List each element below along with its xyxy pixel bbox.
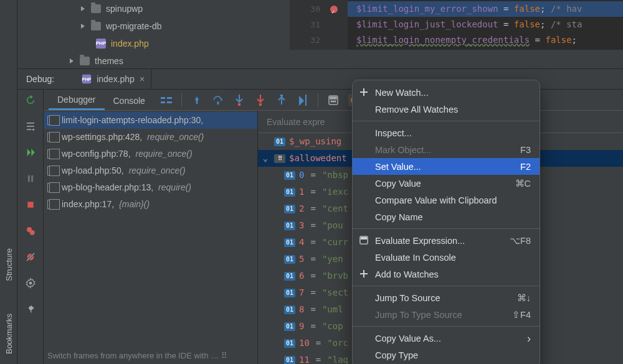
menu-item[interactable]: Copy Type: [353, 347, 540, 363]
svg-rect-1: [27, 175, 29, 182]
type-badge-icon: 01: [274, 138, 285, 146]
menu-item-label: Compare Value with Clipboard: [375, 195, 497, 205]
variable-index: 11: [299, 352, 310, 364]
tree-row[interactable]: themes: [69, 52, 274, 70]
code-area[interactable]: $limit_login_my_error_shown = false; /* …: [348, 0, 623, 50]
tree-label: spinupwp: [106, 0, 143, 17]
frame-icon: [47, 149, 57, 159]
svg-point-22: [331, 101, 332, 102]
equals: =: [310, 301, 315, 318]
frame-row[interactable]: index.php:17, {main}(): [44, 196, 257, 213]
menu-item[interactable]: Set Value...F2: [353, 158, 540, 175]
svg-rect-11: [161, 101, 165, 103]
mute-breakpoints-button[interactable]: [24, 250, 37, 264]
chevron-right-icon[interactable]: [69, 58, 75, 64]
code-editor[interactable]: 30 31 32 $limit_login_my_error_shown = f…: [290, 0, 623, 50]
editor-gutter: 30 31 32: [290, 0, 348, 50]
menu-item[interactable]: New Watch...: [353, 84, 540, 101]
frame-row[interactable]: wp-config.php:78, require_once(): [44, 146, 257, 162]
frames-panel[interactable]: limit-login-attempts-reloaded.php:30, wp…: [44, 111, 258, 364]
step-into-button[interactable]: [233, 94, 245, 106]
frame-function: require(): [158, 179, 191, 196]
show-execution-point-button[interactable]: [191, 94, 203, 106]
menu-item[interactable]: Jump To Source⌘↓: [353, 289, 540, 306]
svg-rect-21: [330, 97, 336, 99]
tab-label: Console: [113, 96, 145, 106]
chevron-down-icon[interactable]: ⌄: [262, 150, 269, 167]
resume-button[interactable]: [24, 146, 37, 159]
plus-icon: [359, 88, 369, 98]
frame-text: limit-login-attempts-reloaded.php:30,: [62, 112, 203, 129]
menu-item[interactable]: Compare Value with Clipboard: [353, 192, 540, 208]
menu-item[interactable]: Inspect...: [353, 124, 540, 141]
threads-icon[interactable]: [160, 94, 173, 106]
menu-item-label: Inspect...: [375, 128, 412, 138]
type-badge-ichigh: 01: [284, 289, 295, 297]
tab-debugger[interactable]: Debugger: [49, 90, 105, 110]
menu-item[interactable]: Copy Value As...: [353, 330, 540, 347]
step-out-button[interactable]: [275, 94, 288, 106]
variable-value: "iexc: [322, 184, 348, 200]
menu-item-label: Evaluate Expression...: [375, 236, 465, 246]
frame-row[interactable]: wp-load.php:50, require_once(): [44, 162, 257, 179]
pin-button[interactable]: [24, 302, 37, 316]
type-badge-ichigh: 01: [284, 356, 295, 365]
force-step-into-button[interactable]: [254, 94, 267, 106]
shortcut-label: ⌘↓: [517, 293, 531, 303]
rerun-button[interactable]: [24, 93, 37, 107]
menu-item-label: Copy Name: [375, 212, 423, 222]
variable-value: "cop: [322, 318, 343, 335]
menu-item-label: Copy Type: [375, 350, 418, 360]
chevron-right-icon[interactable]: [80, 23, 86, 29]
menu-item-label: Mark Object...: [375, 145, 431, 155]
breakpoint-icon[interactable]: [330, 6, 338, 13]
tree-row[interactable]: wp-migrate-db: [69, 17, 274, 35]
run-to-cursor-button[interactable]: [297, 94, 309, 106]
folder-icon: [91, 22, 101, 30]
menu-item[interactable]: Add to Watches: [353, 266, 540, 282]
settings-button[interactable]: [24, 119, 37, 133]
frame-row[interactable]: wp-settings.php:428, require_once(): [44, 129, 257, 146]
tree-row[interactable]: PHP index.php: [69, 35, 274, 52]
tree-row[interactable]: spinupwp: [69, 0, 274, 17]
close-icon[interactable]: ×: [140, 74, 145, 84]
view-breakpoints-button[interactable]: [24, 224, 37, 238]
menu-item[interactable]: Copy Value⌘C: [353, 175, 540, 192]
debug-config-tab[interactable]: PHP index.php ×: [75, 68, 151, 90]
variable-index: 6: [299, 268, 304, 284]
pause-button[interactable]: [24, 172, 37, 185]
equals: =: [310, 318, 315, 335]
menu-item[interactable]: Copy Name: [353, 208, 540, 225]
frame-row[interactable]: wp-blog-header.php:13, require(): [44, 179, 257, 196]
evaluate-expression-button[interactable]: [327, 94, 340, 106]
code-line[interactable]: $limit_login_just_lockedout = false; /* …: [348, 17, 623, 32]
variable-index: 10: [299, 335, 310, 352]
frame-text: wp-config.php:78,: [62, 146, 131, 162]
frame-row[interactable]: limit-login-attempts-reloaded.php:30,: [44, 112, 257, 129]
menu-item[interactable]: Evaluate Expression...⌥F8: [353, 232, 540, 249]
menu-item[interactable]: Remove All Watches: [353, 101, 540, 118]
menu-separator: [353, 121, 540, 121]
debugger-settings-button[interactable]: [24, 276, 37, 290]
code-line[interactable]: $limit_login_my_error_shown = false; /* …: [348, 1, 623, 17]
equals: =: [310, 167, 315, 184]
stop-button[interactable]: [24, 198, 37, 212]
tab-console[interactable]: Console: [105, 91, 154, 110]
frame-text: wp-blog-header.php:13,: [62, 179, 153, 196]
menu-item[interactable]: Evaluate In Console: [353, 249, 540, 266]
menu-separator: [353, 326, 540, 327]
code-line[interactable]: $limit_login_nonempty_credentials = fals…: [348, 32, 623, 48]
type-badge-ichigh: 01: [284, 255, 295, 264]
context-menu[interactable]: New Watch... Remove All Watches Inspect.…: [352, 80, 540, 364]
equals: =: [310, 284, 315, 301]
step-over-button[interactable]: [212, 94, 224, 106]
sidetab-structure[interactable]: Structure: [0, 246, 17, 284]
project-tree[interactable]: spinupwp wp-migrate-db PHP index.php the…: [69, 0, 274, 68]
svg-rect-12: [167, 97, 172, 99]
sidetab-bookmarks[interactable]: Bookmarks: [0, 311, 17, 357]
svg-rect-10: [161, 97, 165, 99]
svg-point-23: [333, 101, 334, 102]
frame-icon: [47, 133, 57, 142]
chevron-right-icon[interactable]: [80, 6, 86, 12]
php-file-icon: PHP: [82, 75, 91, 83]
